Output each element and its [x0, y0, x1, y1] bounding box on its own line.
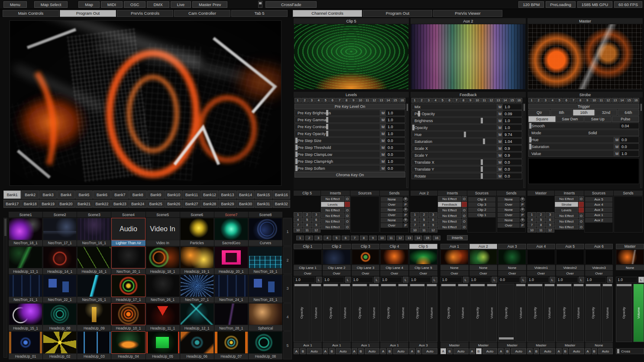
volume-fader[interactable]: Volume — [486, 284, 498, 342]
strip-title[interactable]: Clip 3 — [352, 244, 380, 249]
opacity-fader-handle[interactable] — [586, 284, 600, 286]
strip-link-button[interactable]: L — [607, 277, 613, 283]
bank-button-bank5[interactable]: Bank5 — [75, 191, 93, 199]
insert-effect-label[interactable]: Strobe — [555, 202, 578, 207]
slider-value[interactable]: 0.9 — [503, 145, 522, 151]
scene-header-scene1[interactable]: Scene1 — [9, 212, 42, 217]
opacity-fader-handle[interactable] — [557, 284, 571, 286]
clip-thumbnail[interactable]: Audio — [111, 218, 145, 240]
midi-assign-button[interactable]: M — [380, 165, 386, 171]
strip-lane-selector[interactable]: None — [440, 265, 469, 270]
ab-auto-button[interactable]: Auto — [598, 348, 613, 354]
midi-assign-button[interactable]: M — [497, 111, 503, 116]
strip-destination[interactable]: Master — [440, 343, 469, 348]
insert-bypass-button[interactable] — [579, 207, 584, 213]
volume-fader-handle[interactable] — [545, 284, 554, 286]
strip-link-button[interactable]: L — [550, 277, 555, 283]
volume-fader-handle[interactable] — [311, 284, 321, 286]
strip-blend-mode[interactable]: Over — [323, 271, 351, 276]
ab-a-button[interactable]: A — [323, 348, 328, 354]
ab-a-button[interactable]: A — [352, 348, 357, 354]
strip-title[interactable]: Clip 2 — [323, 244, 351, 249]
midi-assign-button[interactable]: M — [497, 173, 503, 179]
strip-blend-mode[interactable]: Over — [469, 271, 498, 276]
send-target[interactable]: None — [498, 207, 520, 212]
bank-button-bank16[interactable]: Bank16 — [273, 191, 290, 199]
clip-thumbnail[interactable] — [214, 331, 248, 354]
mixer-channel-4[interactable]: 4 — [324, 236, 331, 240]
strobe-scrollbar[interactable] — [640, 103, 642, 188]
clip-thumbnail[interactable] — [249, 331, 282, 354]
strip-destination[interactable]: Master — [527, 343, 555, 348]
slider-value[interactable]: 0.09 — [503, 111, 522, 116]
bank-button-bank31[interactable]: Bank31 — [255, 200, 272, 208]
strobe-channel-13[interactable]: 13 — [612, 98, 618, 103]
send-target[interactable]: None — [381, 218, 403, 223]
preset-button-8[interactable]: 8 — [303, 223, 311, 227]
hue-slider[interactable]: HueM0.0 — [528, 136, 639, 143]
map-button[interactable]: Map — [78, 1, 99, 8]
ab-auto-button[interactable]: Auto — [422, 348, 437, 354]
levels-channel-15[interactable]: 15 — [392, 98, 398, 103]
preset-button-1[interactable]: 1 — [527, 212, 536, 217]
strip-blend-mode[interactable]: Over — [585, 271, 613, 276]
pre-step-soften-slider[interactable]: Pre Step SoftenM0.0 — [294, 165, 405, 171]
slider-value[interactable]: 1.0 — [386, 110, 405, 116]
bank-button-bank6[interactable]: Bank6 — [93, 191, 110, 199]
opacity-fader[interactable]: Opacity — [498, 284, 514, 342]
strip-opacity-value[interactable]: 1.0 — [409, 277, 431, 283]
bank-button-bank15[interactable]: Bank15 — [255, 191, 272, 199]
strip-lane-selector[interactable]: None — [616, 265, 644, 270]
64th-button[interactable]: 64th — [618, 110, 639, 116]
strip-blend-mode[interactable]: Over — [409, 271, 437, 276]
slider-handle[interactable] — [464, 132, 466, 137]
clip-thumbnail[interactable] — [43, 331, 77, 354]
strip-opacity-value[interactable]: 1.0 — [527, 277, 549, 283]
send-level-knob[interactable] — [520, 197, 525, 202]
preset-button-10[interactable]: 10 — [411, 228, 419, 233]
insert-bypass-button[interactable]: O — [462, 207, 467, 213]
slider-value[interactable]: 0.0 — [386, 165, 405, 171]
scroll-thumb[interactable] — [407, 104, 408, 111]
strip-lane-selector[interactable]: Clip Lane 2 — [323, 265, 351, 270]
feedback-channel-5[interactable]: 5 — [439, 98, 446, 103]
volume-fader[interactable]: Volume — [602, 284, 613, 342]
tab-program-out[interactable]: Program Out — [60, 10, 116, 17]
bank-button-bank28[interactable]: Bank28 — [201, 200, 218, 208]
midi-assign-button[interactable]: M — [614, 151, 620, 156]
opacity-fader[interactable]: Opacity — [556, 284, 572, 342]
volume-fader-handle[interactable] — [603, 284, 612, 286]
clip-thumbnail[interactable] — [146, 246, 180, 269]
scene-grid-scrollbar[interactable] — [3, 218, 7, 358]
crossfade-toggle[interactable] — [258, 1, 262, 8]
scene-header-scene5[interactable]: Scene5 — [146, 212, 180, 217]
volume-fader[interactable]: Volume — [426, 284, 437, 342]
clip-thumbnail[interactable] — [77, 303, 111, 326]
opacity-fader[interactable]: Opacity — [616, 284, 632, 342]
preset-button-6[interactable]: 6 — [429, 217, 437, 222]
strip-link-button[interactable]: L — [463, 277, 469, 283]
volume-fader[interactable]: Volume — [573, 284, 584, 342]
translate-x-slider[interactable]: Translate XM0.0 — [411, 159, 522, 165]
ab-a-button[interactable]: A — [498, 348, 504, 354]
insert-effect-label[interactable]: No Effect — [321, 207, 344, 213]
bank-button-bank19[interactable]: Bank19 — [39, 200, 57, 208]
strip-destination[interactable]: Aux 1 — [294, 343, 322, 348]
translate-y-slider[interactable]: Translate YM0.0 — [411, 166, 522, 172]
pre-key-gamma-slider[interactable]: Pre Key GammaM1.0 — [294, 116, 405, 123]
source-item-aux-2[interactable]: Aux 2 — [585, 218, 612, 223]
strip-blend-mode[interactable]: Over — [440, 271, 469, 276]
slider-value[interactable]: 0.0 — [386, 145, 405, 150]
slider-handle[interactable] — [326, 131, 328, 136]
bank-button-bank3[interactable]: Bank3 — [39, 191, 57, 199]
scene-header-scene7[interactable]: Scene7 — [214, 212, 248, 217]
bank-button-bank20[interactable]: Bank20 — [57, 200, 74, 208]
strip-link-button[interactable]: L — [403, 277, 408, 283]
source-item-aux-3[interactable]: Aux 3 — [585, 207, 612, 212]
send-pre-button[interactable]: P — [520, 223, 525, 228]
feedback-channel-1[interactable]: 1 — [411, 98, 418, 103]
slider-value[interactable]: 9.74 — [503, 132, 522, 137]
scroll-thumb[interactable] — [641, 104, 642, 111]
bank-button-bank8[interactable]: Bank8 — [129, 191, 146, 199]
bank-button-bank30[interactable]: Bank30 — [237, 200, 254, 208]
